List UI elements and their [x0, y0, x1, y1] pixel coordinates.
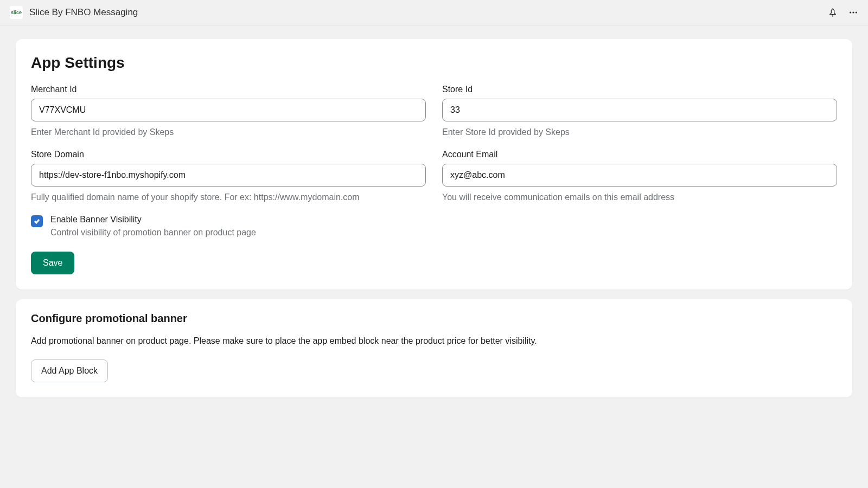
app-title: Slice By FNBO Messaging [29, 7, 138, 18]
store-domain-group: Store Domain Fully qualified domain name… [31, 150, 426, 204]
store-domain-input[interactable] [31, 164, 426, 187]
merchant-id-label: Merchant Id [31, 85, 426, 94]
promo-banner-title: Configure promotional banner [31, 312, 837, 325]
form-row-2: Store Domain Fully qualified domain name… [31, 150, 837, 204]
settings-card: App Settings Merchant Id Enter Merchant … [16, 39, 852, 290]
account-email-label: Account Email [442, 150, 837, 159]
store-id-group: Store Id Enter Store Id provided by Skep… [442, 85, 837, 139]
account-email-group: Account Email You will receive communica… [442, 150, 837, 204]
merchant-id-group: Merchant Id Enter Merchant Id provided b… [31, 85, 426, 139]
checkbox-content: Enable Banner Visibility Control visibil… [50, 215, 837, 237]
app-icon-text: slice [11, 10, 22, 15]
store-domain-hint: Fully qualified domain name of your shop… [31, 191, 426, 204]
save-button[interactable]: Save [31, 252, 74, 274]
store-domain-label: Store Domain [31, 150, 426, 159]
pin-icon[interactable] [828, 8, 838, 17]
svg-point-1 [852, 11, 854, 13]
promo-banner-description: Add promotional banner on product page. … [31, 335, 837, 348]
merchant-id-hint: Enter Merchant Id provided by Skeps [31, 126, 426, 139]
svg-point-0 [850, 11, 851, 13]
add-app-block-button[interactable]: Add App Block [31, 359, 108, 382]
promo-banner-card: Configure promotional banner Add promoti… [16, 299, 852, 397]
svg-point-2 [856, 11, 857, 13]
account-email-input[interactable] [442, 164, 837, 187]
app-header: slice Slice By FNBO Messaging [0, 0, 868, 25]
page-title: App Settings [31, 54, 837, 72]
form-row-1: Merchant Id Enter Merchant Id provided b… [31, 85, 837, 139]
store-id-label: Store Id [442, 85, 837, 94]
account-email-hint: You will receive communication emails on… [442, 191, 837, 204]
more-icon[interactable] [848, 8, 858, 17]
banner-visibility-row: Enable Banner Visibility Control visibil… [31, 215, 837, 237]
store-id-input[interactable] [442, 99, 837, 121]
banner-visibility-label: Enable Banner Visibility [50, 215, 837, 224]
content-area: App Settings Merchant Id Enter Merchant … [0, 25, 868, 421]
header-left: slice Slice By FNBO Messaging [10, 6, 138, 19]
store-id-hint: Enter Store Id provided by Skeps [442, 126, 837, 139]
check-icon [33, 217, 41, 225]
merchant-id-input[interactable] [31, 99, 426, 121]
header-right [828, 8, 858, 17]
banner-visibility-hint: Control visibility of promotion banner o… [50, 228, 837, 237]
banner-visibility-checkbox[interactable] [31, 215, 43, 227]
app-logo-icon: slice [10, 6, 23, 19]
